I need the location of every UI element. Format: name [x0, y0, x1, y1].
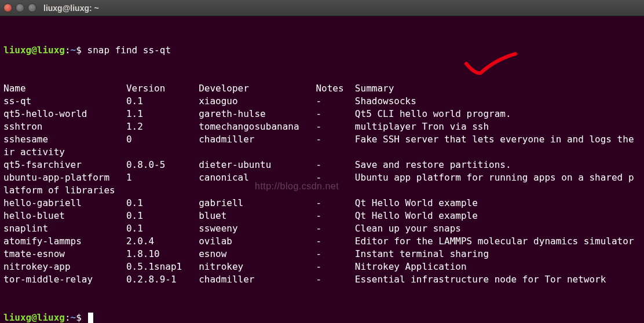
- output-line: ss-qt 0.1 xiaoguo - Shadowsocks: [3, 95, 641, 108]
- prompt-line-2[interactable]: liuxg@liuxg:~$: [3, 311, 641, 323]
- window-close-button[interactable]: [3, 3, 12, 12]
- output-line: atomify-lammps 2.0.4 ovilab - Editor for…: [3, 235, 641, 248]
- window-minimize-button[interactable]: [16, 3, 24, 12]
- output-line: hello-bluet 0.1 bluet - Qt Hello World e…: [3, 210, 641, 222]
- output-line: qt5-fsarchiver 0.8.0-5 dieter-ubuntu - S…: [3, 159, 641, 171]
- output-line: tmate-esnow 1.8.10 esnow - Instant termi…: [3, 248, 641, 260]
- command-text: snap find ss-qt: [87, 45, 171, 56]
- prompt-line-1: liuxg@liuxg:~$ snap find ss-qt: [3, 44, 641, 57]
- output-line: Name Version Developer Notes Summary: [3, 82, 641, 95]
- output-line: tor-middle-relay 0.2.8.9-1 chadmiller - …: [3, 273, 641, 286]
- output-line: nitrokey-app 0.5.1snap1 nitrokey - Nitro…: [3, 260, 641, 273]
- prompt-path: ~: [71, 45, 76, 56]
- output-line: ir activity: [3, 146, 641, 159]
- cursor-icon: [88, 313, 93, 323]
- output-line: hello-gabriell 0.1 gabriell - Qt Hello W…: [3, 197, 641, 210]
- output-line: sshesame 0 chadmiller - Fake SSH server …: [3, 133, 641, 146]
- output-line: ubuntu-app-platform 1 canonical - Ubuntu…: [3, 171, 641, 184]
- window-title: liuxg@liuxg: ~: [43, 2, 99, 14]
- command-output: Name Version Developer Notes Summaryss-q…: [3, 82, 641, 286]
- window-titlebar: liuxg@liuxg: ~: [0, 0, 644, 16]
- window-maximize-button[interactable]: [28, 3, 36, 12]
- output-line: sshtron 1.2 tomechangosubanana - multipl…: [3, 120, 641, 133]
- output-line: snaplint 0.1 ssweeny - Clean up your sna…: [3, 222, 641, 235]
- prompt-user-host: liuxg@liuxg: [3, 45, 65, 56]
- output-line: latform of libraries: [3, 184, 641, 197]
- terminal-viewport[interactable]: liuxg@liuxg:~$ snap find ss-qt Name Vers…: [0, 16, 644, 323]
- output-line: qt5-hello-world 1.1 gareth-hulse - Qt5 C…: [3, 108, 641, 120]
